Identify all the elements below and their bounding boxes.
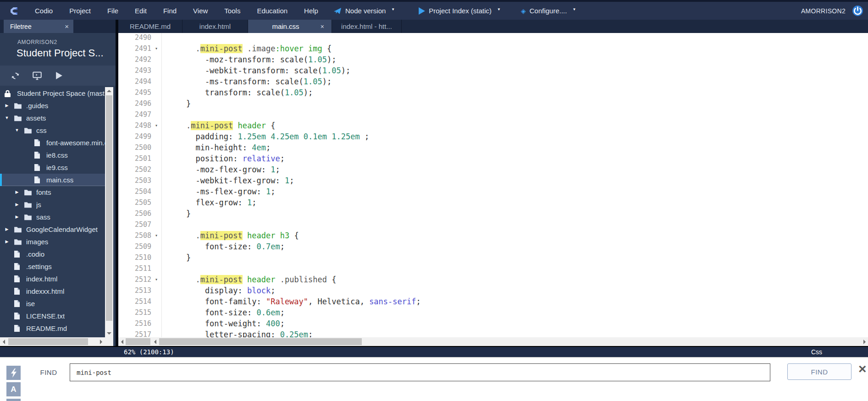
tree-item-googlecalendarwidget[interactable]: ▶GoogleCalendarWidget [0, 223, 113, 236]
scroll-down-icon[interactable] [105, 330, 113, 337]
scrollbar-thumb[interactable] [159, 338, 362, 345]
code-line-2490: 2490 [118, 33, 868, 43]
tree-item-css[interactable]: ▼css [0, 124, 113, 137]
top-menu-bar: CodioProjectFileEditFindViewToolsEducati… [0, 0, 868, 20]
tree-item-sass[interactable]: ▶sass [0, 211, 113, 223]
editor-horizontal-scrollbar[interactable] [118, 337, 868, 346]
tree-item-student-project-space-mast[interactable]: Student Project Space (mast [0, 87, 113, 99]
tree-item-font-awesome.min.c[interactable]: font-awesome.min.c [0, 137, 113, 149]
run-icon[interactable] [54, 71, 64, 81]
fold-arrow-icon[interactable]: ▾ [151, 274, 161, 285]
tab-main.css[interactable]: main.css× [248, 20, 332, 33]
token: img [308, 44, 322, 53]
power-logout-icon[interactable] [852, 5, 863, 16]
line-number: 2500 [118, 142, 151, 153]
chevron-collapsed-icon[interactable]: ▶ [4, 99, 10, 112]
fold-gutter [151, 98, 161, 109]
find-button[interactable]: FIND [787, 363, 851, 380]
tree-item-indexxx.html[interactable]: indexxx.html [0, 285, 113, 297]
tree-item-images[interactable]: ▶images [0, 236, 113, 248]
tree-item-index.html[interactable]: index.html [0, 273, 113, 285]
tab-index.html[interactable]: index.html [182, 20, 248, 33]
code-line-2493: 2493 -webkit-transform: scale(1.05); [118, 65, 868, 76]
menu-help[interactable]: Help [304, 7, 318, 15]
scroll-left-icon[interactable] [118, 337, 125, 346]
tree-item-readme.md[interactable]: README.md [0, 322, 113, 335]
match-case-toggle-icon[interactable]: A [6, 382, 21, 396]
menu-tools[interactable]: Tools [224, 7, 240, 15]
codio-logo-icon[interactable] [8, 5, 20, 17]
tree-item-assets[interactable]: ▼assets [0, 112, 113, 124]
chevron-expanded-icon[interactable]: ▼ [14, 124, 20, 137]
close-find-icon[interactable]: × [858, 361, 867, 377]
tree-item-ie9.css[interactable]: ie9.css [0, 161, 113, 174]
scroll-left-icon[interactable] [0, 337, 7, 346]
code-line-2505: 2505 flex-grow: 1; [118, 197, 868, 208]
tree-item-fonts[interactable]: ▶fonts [0, 186, 113, 198]
menu-project[interactable]: Project [69, 7, 91, 15]
project-index-dropdown[interactable]: Project Index (static) ▼ [419, 7, 501, 15]
chevron-down-icon: ▼ [572, 7, 576, 11]
tree-item-.guides[interactable]: ▶.guides [0, 99, 113, 112]
preview-monitor-icon[interactable] [32, 71, 42, 81]
scroll-up-icon[interactable] [105, 87, 113, 94]
scroll-right-icon[interactable] [861, 337, 868, 346]
menu-view[interactable]: View [193, 7, 208, 15]
scroll-left-icon[interactable] [151, 337, 158, 346]
scroll-right-icon[interactable] [98, 337, 105, 346]
code-text: font-size: 0.6em; [161, 307, 868, 318]
fold-gutter [151, 131, 161, 142]
fold-arrow-icon[interactable]: ▾ [151, 230, 161, 241]
chevron-expanded-icon[interactable]: ▼ [4, 112, 10, 124]
scrollbar-thumb[interactable] [8, 338, 88, 345]
tree-item-ise[interactable]: ise [0, 297, 113, 310]
fold-arrow-icon[interactable]: ▾ [151, 120, 161, 131]
code-text: position: relative; [161, 153, 868, 164]
whole-word-toggle-icon[interactable]: W [6, 399, 21, 401]
filetree-panel: Filetree × AMORRISON2 Student Project S.… [0, 20, 116, 346]
scrollbar-thumb[interactable] [106, 95, 112, 321]
token: ; [271, 187, 275, 196]
tree-item-label: .settings [26, 260, 52, 273]
tree-item-.settings[interactable]: .settings [0, 260, 113, 273]
refresh-icon[interactable] [10, 71, 20, 81]
menu-edit[interactable]: Edit [135, 7, 147, 15]
node-version-dropdown[interactable]: Node version ▼ [334, 7, 395, 15]
token: ; [280, 308, 285, 317]
close-icon[interactable]: × [321, 23, 324, 30]
tree-item-.codio[interactable]: .codio [0, 248, 113, 260]
chevron-collapsed-icon[interactable]: ▶ [14, 211, 20, 223]
tab-index.html-htt...[interactable]: index.html - htt... [332, 20, 402, 33]
chevron-collapsed-icon[interactable]: ▶ [4, 223, 10, 236]
code-text: letter-spacing: 0.25em; [161, 329, 868, 337]
find-input[interactable] [70, 363, 770, 381]
code-editor[interactable]: 24902491▾ .mini-post .image:hover img {2… [118, 33, 868, 337]
menu-codio[interactable]: Codio [35, 7, 53, 15]
tree-item-license.txt[interactable]: LICENSE.txt [0, 310, 113, 322]
fold-arrow-icon[interactable]: ▾ [151, 43, 161, 54]
configure-dropdown[interactable]: ◈ Configure.... ▼ [521, 7, 576, 15]
filetree-horizontal-scrollbar[interactable] [0, 337, 113, 346]
code-text: padding: 1.25em 4.25em 0.1em 1.25em ; [161, 131, 868, 142]
filetree-vertical-scrollbar[interactable] [105, 87, 113, 337]
chevron-collapsed-icon[interactable]: ▶ [14, 198, 20, 211]
filetree-tab[interactable]: Filetree × [4, 20, 73, 33]
tab-readme.md[interactable]: README.md [118, 20, 182, 33]
code-line-2494: 2494 -ms-transform: scale(1.05); [118, 76, 868, 87]
tree-item-js[interactable]: ▶js [0, 198, 113, 211]
line-number: 2502 [118, 164, 151, 175]
chevron-collapsed-icon[interactable]: ▶ [4, 236, 10, 248]
search-highlight: mini-post [200, 231, 243, 240]
close-icon[interactable]: × [65, 22, 69, 30]
gutter-scrollbar-thumb[interactable] [126, 338, 150, 345]
menu-find[interactable]: Find [163, 7, 177, 15]
chevron-collapsed-icon[interactable]: ▶ [14, 186, 20, 198]
menu-education[interactable]: Education [257, 7, 287, 15]
tree-item-main.css[interactable]: main.css [0, 174, 113, 186]
tree-item-ie8.css[interactable]: ie8.css [0, 149, 113, 161]
regex-toggle-icon[interactable] [6, 366, 21, 380]
menu-file[interactable]: File [107, 7, 118, 15]
token: header [247, 275, 275, 284]
username-label[interactable]: AMORRISON2 [801, 7, 846, 15]
file-mode-status[interactable]: Css [811, 348, 822, 356]
